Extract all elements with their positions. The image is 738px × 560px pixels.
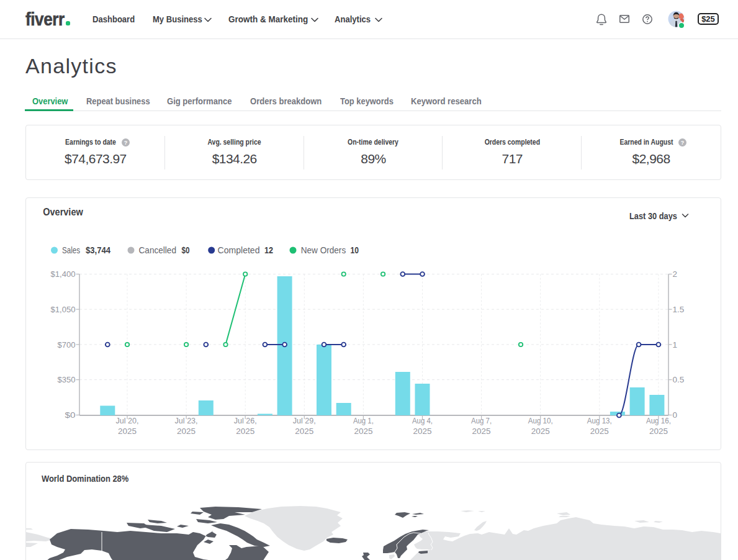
svg-text:Cancelled: Cancelled <box>139 245 177 255</box>
svg-text:Overview: Overview <box>43 207 83 217</box>
svg-text:2025: 2025 <box>295 427 313 436</box>
svg-text:2025: 2025 <box>354 427 372 436</box>
svg-text:Aug 4,: Aug 4, <box>412 416 433 425</box>
svg-text:Sales: Sales <box>62 245 80 255</box>
svg-text:2025: 2025 <box>236 427 254 436</box>
svg-text:$0: $0 <box>182 245 190 255</box>
svg-text:$0: $0 <box>65 410 76 420</box>
svg-text:1: 1 <box>673 340 678 350</box>
svg-text:Last 30 days: Last 30 days <box>629 210 677 221</box>
svg-text:Jul 23,: Jul 23, <box>175 416 198 425</box>
svg-text:2: 2 <box>673 269 678 279</box>
svg-text:?: ? <box>124 139 127 145</box>
svg-text:2025: 2025 <box>531 427 550 436</box>
svg-text:$1,050: $1,050 <box>51 305 76 314</box>
svg-text:2025: 2025 <box>590 427 609 436</box>
svg-text:Aug 1,: Aug 1, <box>353 416 374 425</box>
svg-text:$3,744: $3,744 <box>86 245 110 255</box>
svg-text:New Orders: New Orders <box>301 245 346 255</box>
svg-text:Jul 20,: Jul 20, <box>116 416 139 425</box>
svg-text:2025: 2025 <box>472 427 491 436</box>
svg-text:Completed: Completed <box>218 245 260 255</box>
svg-text:12: 12 <box>264 245 273 255</box>
svg-text:0.5: 0.5 <box>673 375 685 384</box>
svg-text:2025: 2025 <box>177 427 196 436</box>
svg-text:Aug 10,: Aug 10, <box>528 416 553 425</box>
svg-text:Jul 29,: Jul 29, <box>293 416 316 425</box>
svg-text:Aug 13,: Aug 13, <box>587 416 612 425</box>
svg-text:Aug 7,: Aug 7, <box>471 416 492 425</box>
svg-text:?: ? <box>681 139 685 145</box>
svg-text:Jul 26,: Jul 26, <box>234 416 257 425</box>
svg-text:Aug 16,: Aug 16, <box>646 416 671 425</box>
svg-text:2025: 2025 <box>413 427 431 436</box>
svg-text:$700: $700 <box>58 340 76 350</box>
svg-text:2025: 2025 <box>649 427 668 436</box>
svg-text:$350: $350 <box>58 375 76 384</box>
svg-text:1.5: 1.5 <box>673 305 685 314</box>
svg-text:$1,400: $1,400 <box>51 269 76 279</box>
svg-text:0: 0 <box>673 410 678 420</box>
svg-text:2025: 2025 <box>118 427 137 436</box>
svg-text:10: 10 <box>351 245 359 255</box>
